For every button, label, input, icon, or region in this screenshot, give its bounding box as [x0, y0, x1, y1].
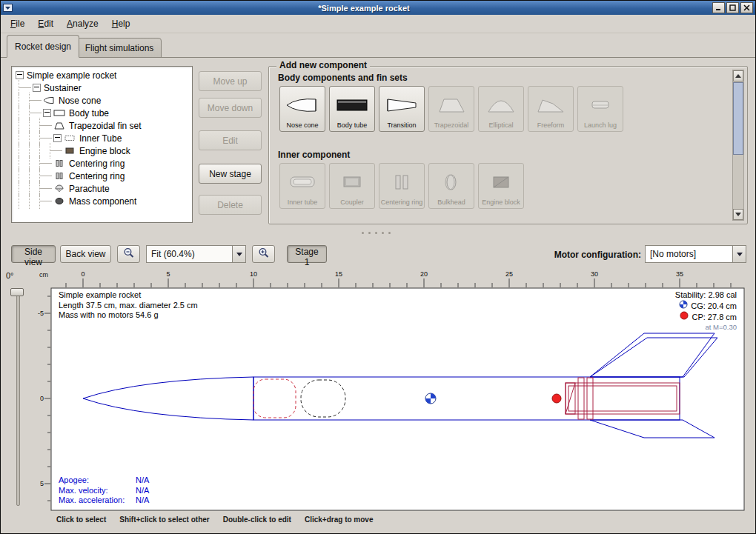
maximize-button[interactable] [726, 2, 739, 13]
tab-bar: Rocket design Flight simulations [1, 33, 755, 58]
add-elliptical-fin-button: Elliptical [478, 86, 524, 132]
add-component-panel: Add new component Body components and fi… [268, 66, 748, 224]
motor-config-label: Motor configuration: [539, 250, 641, 260]
scrollbar-thumb[interactable] [733, 82, 743, 155]
add-bulkhead-button: Bulkhead [428, 163, 474, 209]
zoom-out-button[interactable] [117, 245, 140, 263]
collapse-icon[interactable] [16, 71, 24, 79]
tree-item-rocket[interactable]: Simple example rocket [13, 69, 190, 81]
engine-block-icon [64, 147, 76, 155]
svg-text:15: 15 [335, 270, 342, 278]
status-hints: Click to select Shift+click to select ot… [56, 515, 373, 524]
side-view-button[interactable]: Side view [11, 245, 56, 263]
edit-button: Edit [199, 130, 262, 150]
dropdown-arrow-icon[interactable] [732, 246, 746, 262]
parachute-icon [53, 184, 65, 193]
engine-block-icon [484, 166, 518, 198]
new-stage-button[interactable]: New stage [199, 164, 262, 184]
rocket-dimensions: Length 37.5 cm, max. diameter 2.5 cm [59, 301, 198, 311]
mach-note: at M=0.30 [675, 322, 737, 333]
add-launch-lug-button: Launch lug [577, 86, 623, 132]
add-component-title: Add new component [276, 60, 370, 70]
menu-help[interactable]: Help [105, 16, 137, 31]
launch-lug-icon [583, 89, 617, 121]
delete-button: Delete [199, 195, 262, 215]
menu-edit[interactable]: Edit [31, 16, 60, 31]
svg-text:-5: -5 [38, 310, 44, 317]
collapse-icon[interactable] [43, 109, 51, 117]
inner-tube-icon [64, 134, 76, 142]
cg-marker [425, 393, 436, 404]
cp-value: CP: 27.8 cm [675, 311, 737, 322]
body-components-label: Body components and fin sets [278, 73, 408, 83]
split-handle[interactable] [362, 230, 396, 235]
svg-text:5: 5 [40, 480, 44, 487]
tab-flight-simulations[interactable]: Flight simulations [77, 38, 162, 58]
component-panel-scrollbar[interactable] [732, 70, 744, 221]
cg-icon [679, 300, 688, 311]
move-down-button: Move down [199, 98, 262, 118]
dropdown-arrow-icon[interactable] [232, 246, 245, 262]
zoom-select[interactable]: Fit (60.4%) [146, 245, 246, 263]
add-engine-block-button: Engine block [478, 163, 524, 209]
mass-component-icon [53, 197, 65, 205]
zoom-out-icon [123, 247, 135, 261]
minimize-button[interactable] [712, 2, 725, 13]
motor-config-select[interactable]: [No motors] [645, 245, 746, 263]
freeform-fin-icon [534, 89, 568, 121]
menubar: File Edit Analyze Help [1, 15, 755, 33]
svg-text:0: 0 [40, 395, 44, 402]
centering-ring-icon [385, 166, 419, 198]
collapse-icon[interactable] [33, 84, 41, 92]
zoom-in-icon [258, 247, 270, 261]
menu-analyze[interactable]: Analyze [60, 16, 105, 31]
add-centering-ring-button: Centering ring [379, 163, 425, 209]
inner-tube-icon [285, 166, 319, 198]
trapezoidal-fin-icon [434, 89, 468, 121]
add-freeform-fin-button: Freeform [528, 86, 574, 132]
cg-value: CG: 20.4 cm [675, 300, 737, 311]
zoom-in-button[interactable] [252, 245, 275, 263]
svg-text:30: 30 [591, 270, 598, 278]
window-menu-icon[interactable] [3, 4, 13, 12]
tree-item-mass-component[interactable]: Mass component [13, 195, 190, 207]
add-transition-button[interactable]: Transition [379, 86, 425, 132]
add-nose-cone-button[interactable]: Nose cone [279, 86, 325, 132]
stability-value: Stability: 2.98 cal [675, 290, 737, 300]
svg-text:20: 20 [420, 270, 428, 278]
titlebar[interactable]: *Simple example rocket [1, 1, 755, 15]
inner-component-label: Inner component [278, 150, 350, 160]
menu-file[interactable]: File [4, 16, 31, 31]
bulkhead-icon [434, 166, 468, 198]
add-body-tube-button[interactable]: Body tube [329, 86, 375, 132]
nose-cone-icon [43, 96, 55, 104]
tree-item-nose-cone[interactable]: Nose cone [13, 94, 190, 107]
fin-icon [53, 121, 65, 130]
tab-rocket-design[interactable]: Rocket design [7, 35, 79, 58]
rotation-value: 0° [6, 271, 14, 280]
nose-cone-icon [285, 89, 319, 121]
add-coupler-button: Coupler [329, 163, 375, 209]
rotation-slider[interactable] [10, 287, 24, 507]
body-tube-icon [335, 89, 369, 121]
svg-text:35: 35 [676, 270, 683, 278]
svg-text:5: 5 [166, 270, 170, 278]
scroll-up-icon[interactable] [733, 70, 743, 81]
tree-item-sustainer[interactable]: Sustainer [13, 81, 190, 94]
move-up-button: Move up [199, 71, 262, 91]
app-window: *Simple example rocket File Edit Analyze… [0, 0, 756, 534]
body-tube-icon [53, 109, 65, 117]
slider-track [16, 288, 20, 506]
svg-text:10: 10 [250, 270, 257, 278]
back-view-button[interactable]: Back view [60, 245, 111, 263]
stability-legend: Stability: 2.98 cal CG: 20.4 cm CP: 27.8… [675, 290, 737, 333]
stage-1-toggle[interactable]: Stage 1 [287, 245, 327, 263]
design-canvas[interactable] [51, 288, 744, 510]
transition-icon [385, 89, 419, 121]
close-button[interactable] [740, 2, 753, 13]
elliptical-fin-icon [484, 89, 518, 121]
slider-handle[interactable] [10, 288, 24, 296]
collapse-icon[interactable] [53, 134, 62, 142]
svg-text:25: 25 [505, 270, 513, 278]
scroll-down-icon[interactable] [733, 209, 743, 220]
